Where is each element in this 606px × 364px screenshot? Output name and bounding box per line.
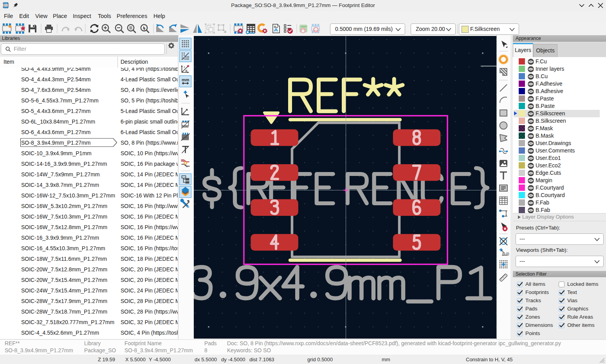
svg-text:r: r [184,65,185,69]
svg-text:mm: mm [182,77,189,82]
svg-text:θ: θ [186,69,188,73]
svg-text:(0,0): (0,0) [502,252,509,256]
